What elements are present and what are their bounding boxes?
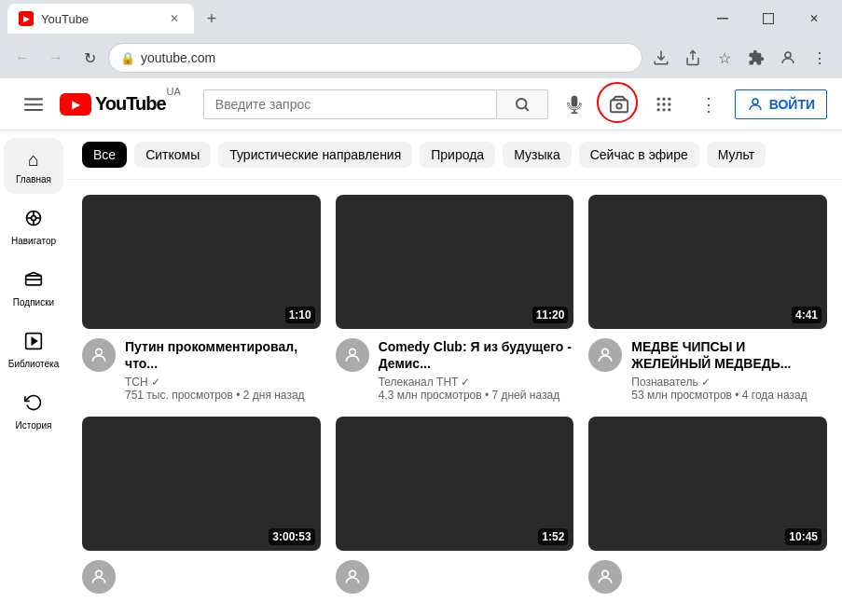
extensions-icon[interactable] [741, 43, 771, 73]
video-card-1[interactable]: 1:10 Путин прокомментировал, что... ТСН … [82, 195, 321, 402]
library-icon [24, 332, 43, 355]
video-thumb-6: 10:45 [588, 417, 827, 551]
video-info-2: Comedy Club: Я из будущего - Демис... Те… [336, 338, 574, 402]
svg-point-36 [96, 570, 103, 577]
video-duration-5: 1:52 [538, 528, 568, 545]
browser-profile-icon[interactable] [773, 43, 803, 73]
svg-rect-5 [24, 103, 43, 105]
video-card-5[interactable]: 1:52 [336, 417, 574, 594]
filter-all[interactable]: Все [82, 142, 127, 168]
video-duration-1: 1:10 [285, 307, 315, 323]
more-button[interactable]: ⋮ [690, 86, 727, 123]
video-duration-2: 11:20 [532, 307, 569, 323]
filter-live[interactable]: Сейчас в эфире [579, 142, 699, 168]
video-meta-2: Comedy Club: Я из будущего - Демис... Те… [379, 338, 574, 402]
video-duration-3: 4:41 [792, 307, 821, 323]
svg-point-24 [32, 216, 36, 221]
main-content: Все Ситкомы Туристические направления Пр… [67, 130, 842, 616]
more-options-icon[interactable]: ⋮ [805, 43, 835, 73]
avatar-6 [588, 560, 622, 594]
star-icon[interactable]: ☆ [710, 43, 739, 73]
sidebar-item-navigator[interactable]: Навигатор [4, 198, 63, 255]
browser-tab[interactable]: ▶ YouTube ✕ [7, 4, 194, 34]
browser-navbar: ← → ↻ 🔒 youtube.com ☆ ⋮ [0, 37, 842, 78]
svg-line-8 [525, 107, 528, 110]
svg-point-17 [662, 103, 665, 105]
forward-button[interactable]: → [41, 43, 71, 73]
toolbar-actions: ☆ ⋮ [646, 43, 835, 73]
svg-point-38 [602, 570, 609, 577]
youtube-logo[interactable]: YouTube UA [60, 93, 181, 116]
sidebar-item-history[interactable]: История [4, 382, 63, 440]
sidebar-item-home[interactable]: ⌂ Главная [4, 138, 63, 194]
youtube-logo-ua: UA [167, 86, 181, 97]
svg-point-15 [668, 97, 670, 100]
video-info-4 [82, 560, 321, 594]
camera-button[interactable] [600, 86, 638, 123]
video-thumb-1: 1:10 [82, 195, 321, 329]
filter-travel[interactable]: Туристические направления [218, 142, 412, 168]
video-stats-3: 53 млн просмотров • 4 года назад [631, 389, 827, 402]
tab-close-button[interactable]: ✕ [166, 10, 183, 27]
filter-bar: Все Ситкомы Туристические направления Пр… [67, 130, 842, 180]
filter-music[interactable]: Музыка [503, 142, 572, 168]
svg-point-16 [656, 103, 659, 105]
sidebar-item-library[interactable]: Библиотека [4, 321, 63, 378]
svg-marker-32 [32, 338, 36, 345]
video-info-1: Путин прокомментировал, что... ТСН ✓ 751… [82, 338, 321, 402]
filter-sitcoms[interactable]: Ситкомы [134, 142, 211, 168]
sign-in-button[interactable]: ВОЙТИ [735, 89, 827, 119]
youtube-logo-icon [60, 93, 91, 116]
back-button[interactable]: ← [7, 43, 37, 73]
video-meta-6 [631, 560, 827, 594]
verified-icon-3: ✓ [701, 376, 711, 389]
menu-button[interactable] [15, 86, 52, 123]
video-info-5 [336, 560, 574, 594]
video-card-4[interactable]: 3:00:53 [82, 417, 321, 594]
window-close-button[interactable]: ✕ [793, 5, 835, 33]
video-card-6[interactable]: 10:45 [588, 417, 827, 594]
filter-cartoons[interactable]: Мульт [707, 142, 766, 168]
download-icon[interactable] [646, 43, 676, 73]
tab-title: YouTube [41, 12, 159, 26]
avatar-2 [336, 338, 369, 372]
video-meta-3: МЕДВЕ ЧИПСЫ И ЖЕЛЕЙНЫЙ МЕДВЕДЬ... Познав… [631, 338, 827, 402]
sidebar-item-subscriptions[interactable]: Подписки [4, 259, 63, 317]
video-meta-1: Путин прокомментировал, что... ТСН ✓ 751… [125, 338, 321, 402]
address-bar[interactable]: 🔒 youtube.com [108, 43, 642, 73]
avatar-3 [588, 338, 622, 372]
camera-button-container [600, 86, 638, 123]
window-controls: ✕ [511, 5, 835, 33]
window-maximize-button[interactable] [747, 5, 789, 33]
video-card-3[interactable]: 4:41 МЕДВЕ ЧИПСЫ И ЖЕЛЕЙНЫЙ МЕДВЕДЬ... П… [588, 195, 827, 402]
svg-point-20 [662, 108, 665, 111]
svg-point-19 [656, 108, 659, 111]
video-info-6 [588, 560, 827, 594]
microphone-button[interactable] [556, 86, 593, 123]
verified-icon-2: ✓ [461, 376, 470, 389]
search-input[interactable] [203, 89, 496, 119]
video-channel-2: Телеканал ТНТ ✓ [379, 376, 574, 389]
svg-point-33 [96, 349, 103, 355]
svg-point-18 [668, 103, 670, 105]
svg-point-7 [517, 99, 527, 109]
window-minimize-button[interactable] [701, 5, 743, 33]
content-area: ⌂ Главная Навигатор Подписки [0, 130, 842, 616]
youtube-app: YouTube UA [0, 78, 842, 616]
video-channel-1: ТСН ✓ [125, 376, 321, 389]
video-stats-2: 4,3 млн просмотров • 7 дней назад [379, 389, 574, 402]
header-right: ⋮ ВОЙТИ [556, 86, 827, 123]
navigator-icon [24, 209, 43, 232]
reload-button[interactable]: ↻ [75, 43, 104, 73]
search-button[interactable] [496, 89, 548, 119]
browser-titlebar: ▶ YouTube ✕ + ✕ [0, 0, 842, 37]
video-card-2[interactable]: 11:20 Comedy Club: Я из будущего - Демис… [336, 195, 574, 402]
new-tab-button[interactable]: + [198, 5, 226, 33]
share-icon[interactable] [678, 43, 708, 73]
filter-nature[interactable]: Природа [420, 142, 495, 168]
video-meta-4 [125, 560, 321, 594]
avatar-5 [336, 560, 369, 594]
svg-rect-11 [611, 100, 628, 112]
apps-button[interactable] [645, 86, 683, 123]
history-icon [24, 393, 43, 417]
